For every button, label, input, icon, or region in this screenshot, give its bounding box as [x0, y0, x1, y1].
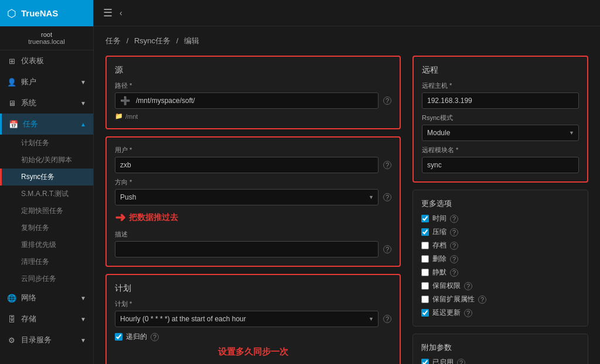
user-label: 用户 *: [115, 146, 391, 154]
more-options-section: 更多选项 时间 ? 压缩 ?: [412, 190, 588, 327]
delete-checkbox[interactable]: [421, 255, 429, 263]
xattrs-help-icon[interactable]: ?: [478, 296, 486, 304]
sidebar-sub-replicate[interactable]: 复制任务: [0, 219, 93, 236]
sidebar-sub-scheduled[interactable]: 计划任务: [0, 135, 93, 152]
chevron-down-icon: ▼: [80, 295, 86, 301]
perms-help-icon[interactable]: ?: [464, 282, 472, 290]
rsync-mode-label: Rsync模式: [422, 114, 579, 122]
option-compress[interactable]: 压缩 ?: [421, 227, 579, 237]
schedule-select[interactable]: Hourly (0 * * * *) at the start of each …: [115, 311, 379, 327]
sidebar-sub-snapshot[interactable]: 定期快照任务: [0, 202, 93, 219]
compress-checkbox[interactable]: [421, 228, 429, 236]
enabled-row: 递归的 ?: [115, 332, 391, 342]
sidebar-item-dashboard[interactable]: ⊞ 仪表板: [0, 50, 93, 71]
sidebar-sub-init[interactable]: 初始化/关闭脚本: [0, 152, 93, 169]
module-input[interactable]: [422, 157, 579, 173]
extra-params-section: 附加参数 已启用 ?: [412, 334, 588, 364]
delay-checkbox[interactable]: [421, 309, 429, 317]
option-delay[interactable]: 延迟更新 ?: [421, 308, 579, 318]
nav-label-dashboard: 仪表板: [21, 56, 44, 66]
breadcrumb-rsync[interactable]: Rsync任务: [134, 36, 171, 45]
option-xattrs[interactable]: 保留扩展属性 ?: [421, 294, 579, 304]
sidebar-item-system[interactable]: 🖥 系统 ▼: [0, 92, 93, 114]
breadcrumb-sep1: /: [127, 36, 129, 45]
user-input-row: ?: [115, 157, 391, 173]
nav-label-directory: 目录服务: [21, 335, 52, 345]
archive-checkbox[interactable]: [421, 242, 429, 249]
schedule-annotation: 设置多久同步一次: [115, 346, 391, 358]
path-input[interactable]: [135, 95, 373, 106]
remote-section: 远程 远程主机 * Rsync模式 Module SSH: [412, 56, 588, 183]
host-input[interactable]: [422, 92, 579, 109]
sidebar-sub-rsync[interactable]: Rsync任务: [0, 169, 93, 186]
xattrs-checkbox[interactable]: [421, 296, 429, 303]
main-area: ☰ ‹ 任务 / Rsync任务 / 编辑 源 路径 *: [94, 0, 600, 364]
option-archive[interactable]: 存档 ?: [421, 241, 579, 250]
extra-params-title: 附加参数: [421, 342, 579, 353]
sidebar-item-accounts[interactable]: 👤 账户 ▼: [0, 71, 93, 92]
desc-input[interactable]: [115, 241, 379, 257]
extra-enabled-help-icon[interactable]: ?: [457, 359, 465, 365]
sidebar-sub-cloud[interactable]: 云同步任务: [0, 270, 93, 287]
back-button[interactable]: ‹: [120, 8, 122, 18]
path-input-wrapper: ➕: [115, 92, 379, 109]
option-times[interactable]: 时间 ?: [421, 214, 579, 224]
quiet-checkbox[interactable]: [421, 269, 429, 276]
user-input[interactable]: [115, 157, 379, 173]
sidebar-item-directory[interactable]: ⚙ 目录服务 ▼: [0, 329, 93, 351]
desc-row: ?: [115, 241, 391, 257]
direction-select[interactable]: Push Pull: [115, 189, 379, 205]
sidebar-logo: ⬡ TrueNAS: [0, 0, 93, 26]
rsync-mode-select[interactable]: Module SSH: [422, 125, 579, 141]
nav-label-accounts: 账户: [21, 77, 36, 87]
chevron-down-icon: ▼: [80, 337, 86, 344]
compress-help-icon[interactable]: ?: [450, 228, 458, 236]
enabled-checkbox-label[interactable]: 递归的 ?: [115, 332, 391, 342]
option-delete[interactable]: 删除 ?: [421, 254, 579, 264]
option-quiet[interactable]: 静默 ?: [421, 267, 579, 277]
form-left: 源 路径 * ➕ ? 📁 /mnt: [105, 56, 401, 364]
desc-label: 描述: [115, 230, 391, 239]
times-checkbox[interactable]: [421, 215, 429, 222]
perms-checkbox[interactable]: [421, 282, 429, 290]
sidebar-sub-reorder[interactable]: 重排优先级: [0, 236, 93, 253]
delay-help-icon[interactable]: ?: [464, 309, 472, 317]
schedule-help-icon[interactable]: ?: [383, 315, 391, 323]
schedule-section: 计划 计划 * Hourly (0 * * * *) at the start …: [105, 274, 401, 364]
options-grid: 时间 ? 压缩 ? 存档 ?: [421, 214, 579, 318]
storage-icon: 🗄: [7, 314, 16, 324]
delete-help-icon[interactable]: ?: [450, 255, 458, 263]
sidebar-item-storage[interactable]: 🗄 存储 ▼: [0, 308, 93, 329]
source-section: 源 路径 * ➕ ? 📁 /mnt: [105, 56, 401, 129]
user-help-icon[interactable]: ?: [383, 161, 391, 169]
direction-row: Push Pull ?: [115, 189, 391, 205]
sidebar-item-tasks[interactable]: 📅 任务 ▲: [0, 114, 93, 135]
times-help-icon[interactable]: ?: [450, 215, 458, 223]
archive-help-icon[interactable]: ?: [450, 242, 458, 250]
schedule-input-row: Hourly (0 * * * *) at the start of each …: [115, 311, 391, 327]
path-help-icon[interactable]: ?: [383, 97, 391, 105]
schedule-select-wrapper: Hourly (0 * * * *) at the start of each …: [115, 311, 379, 327]
directory-icon: ⚙: [7, 335, 16, 345]
sidebar: ⬡ TrueNAS root truenas.local ⊞ 仪表板 👤 账户 …: [0, 0, 94, 364]
chevron-down-icon: ▼: [80, 316, 86, 322]
nav-label-tasks: 任务: [23, 119, 38, 129]
extra-enabled-checkbox[interactable]: [421, 359, 429, 364]
chevron-down-icon: ▼: [80, 100, 86, 107]
nav-label-storage: 存储: [21, 314, 36, 324]
enabled-help-icon[interactable]: ?: [151, 333, 159, 341]
breadcrumb-tasks[interactable]: 任务: [105, 36, 121, 45]
extra-enabled-row[interactable]: 已启用 ?: [421, 358, 579, 364]
sidebar-sub-smart[interactable]: S.M.A.R.T.测试: [0, 186, 93, 202]
quiet-help-icon[interactable]: ?: [450, 269, 458, 277]
arrow-right-icon: ➜: [115, 210, 125, 225]
sidebar-sub-scrub[interactable]: 清理任务: [0, 253, 93, 270]
path-field-row: ➕ ?: [115, 92, 391, 109]
chevron-down-icon: ▼: [80, 79, 86, 85]
direction-help-icon[interactable]: ?: [383, 193, 391, 201]
desc-help-icon[interactable]: ?: [383, 245, 391, 253]
option-perms[interactable]: 保留权限 ?: [421, 281, 579, 291]
hamburger-button[interactable]: ☰: [103, 6, 112, 19]
enabled-checkbox[interactable]: [115, 333, 122, 341]
sidebar-item-network[interactable]: 🌐 网络 ▼: [0, 287, 93, 308]
